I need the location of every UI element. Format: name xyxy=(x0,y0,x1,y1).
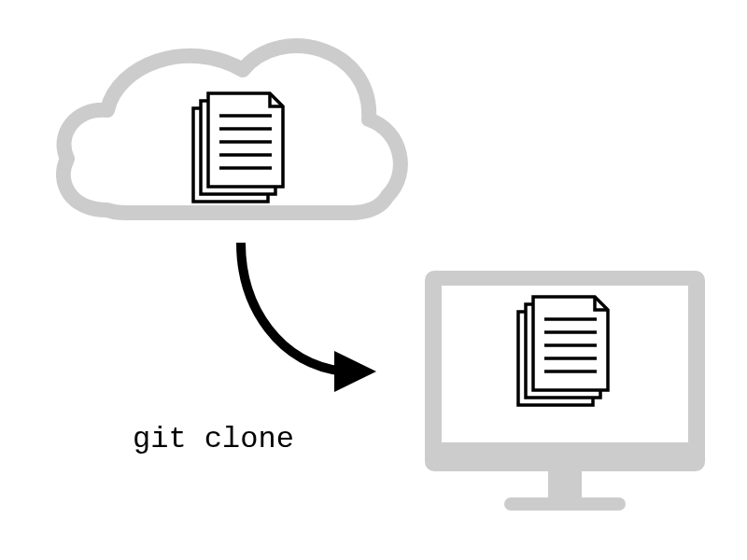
documents-icon-monitor xyxy=(518,297,608,405)
svg-rect-8 xyxy=(504,497,626,511)
documents-icon-cloud xyxy=(193,93,283,202)
command-label: git clone xyxy=(133,422,294,456)
svg-rect-7 xyxy=(548,471,582,497)
git-clone-diagram xyxy=(0,0,747,560)
arrow-icon xyxy=(241,243,376,392)
svg-marker-14 xyxy=(334,351,376,392)
